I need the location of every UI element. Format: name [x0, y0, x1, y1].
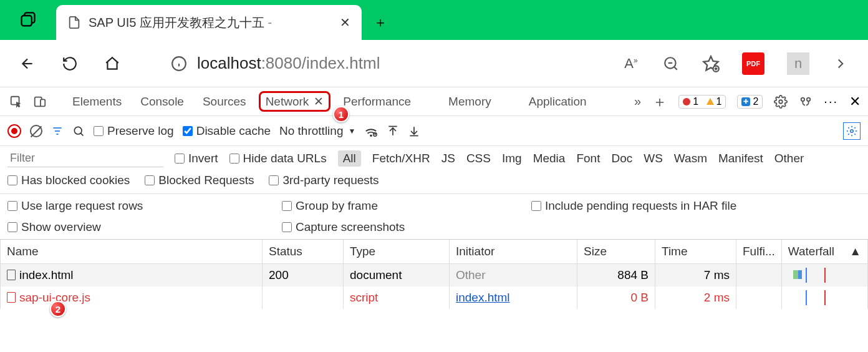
svg-point-28: [851, 129, 854, 132]
devtools-tabbar: Elements Console Sources Network✕ Perfor…: [0, 87, 868, 116]
type-img[interactable]: Img: [502, 152, 522, 165]
svg-point-16: [807, 97, 811, 101]
waterfall-bar: [788, 268, 861, 283]
tab-console[interactable]: Console: [134, 92, 190, 111]
col-time[interactable]: Time: [655, 240, 736, 264]
svg-line-21: [80, 133, 83, 135]
tab-close-icon[interactable]: ✕: [340, 15, 350, 30]
svg-line-6: [674, 67, 677, 69]
filter-types-row: Invert Hide data URLs All Fetch/XHR JS C…: [0, 146, 868, 171]
hide-data-urls-checkbox[interactable]: Hide data URLs: [229, 152, 327, 165]
svg-point-15: [801, 97, 805, 101]
type-all[interactable]: All: [338, 150, 361, 167]
svg-rect-13: [41, 99, 45, 106]
type-js[interactable]: JS: [441, 152, 455, 165]
tab-sources[interactable]: Sources: [196, 92, 253, 111]
table-header-row: Name Status Type Initiator Size Time Ful…: [1, 240, 868, 264]
col-initiator[interactable]: Initiator: [450, 240, 577, 264]
type-manifest[interactable]: Manifest: [718, 152, 763, 165]
page-icon: [67, 16, 81, 29]
large-rows-checkbox[interactable]: Use large request rows: [7, 199, 282, 213]
network-conditions-icon[interactable]: [364, 124, 378, 138]
svg-rect-0: [22, 16, 32, 26]
search-icon[interactable]: [72, 125, 85, 137]
type-css[interactable]: CSS: [466, 152, 491, 165]
col-fulfilled[interactable]: Fulfi...: [736, 240, 782, 264]
url-box[interactable]: localhost:8080/index.html: [171, 54, 380, 73]
initiator-link[interactable]: index.html: [456, 291, 510, 304]
tab-application[interactable]: Application: [523, 92, 593, 111]
more-extension-icon[interactable]: [832, 55, 849, 72]
show-overview-checkbox[interactable]: Show overview: [7, 220, 282, 234]
col-type[interactable]: Type: [344, 240, 450, 264]
close-devtools-icon[interactable]: ✕: [849, 94, 861, 110]
preserve-log-checkbox[interactable]: Preserve log: [94, 124, 174, 138]
tab-elements[interactable]: Elements: [66, 92, 128, 111]
export-har-icon[interactable]: [387, 125, 399, 137]
clear-button[interactable]: [30, 125, 42, 137]
settings-icon[interactable]: [774, 95, 788, 109]
disable-cache-checkbox[interactable]: Disable cache: [183, 124, 271, 138]
tab-performance[interactable]: Performance: [337, 92, 417, 111]
dock-side-icon[interactable]: [799, 95, 813, 109]
callout-1: 1: [333, 106, 349, 122]
col-name[interactable]: Name: [1, 240, 263, 264]
capture-screenshots-checkbox[interactable]: Capture screenshots: [282, 220, 531, 234]
type-fetchxhr[interactable]: Fetch/XHR: [372, 152, 430, 165]
filter-toggle-icon[interactable]: [51, 125, 64, 137]
messages-badge[interactable]: ✚2: [737, 95, 763, 109]
blocked-requests-checkbox[interactable]: Blocked Requests: [145, 174, 254, 187]
address-bar: localhost:8080/index.html A» PDF n: [0, 40, 868, 87]
col-status[interactable]: Status: [263, 240, 344, 264]
zoom-out-icon[interactable]: [662, 55, 680, 72]
svg-point-20: [74, 127, 82, 134]
type-font[interactable]: Font: [576, 152, 600, 165]
add-tab-icon[interactable]: ＋: [652, 92, 667, 112]
filter-extra-row: Has blocked cookies Blocked Requests 3rd…: [0, 171, 868, 194]
inspect-icon[interactable]: [7, 93, 25, 110]
close-icon[interactable]: ✕: [314, 94, 324, 109]
third-party-checkbox[interactable]: 3rd-party requests: [269, 174, 379, 187]
site-info-icon[interactable]: [171, 56, 187, 72]
errors-badge[interactable]: 1 1: [678, 95, 726, 109]
table-row[interactable]: index.html 200 document Other 884 B 7 ms: [1, 264, 868, 287]
import-har-icon[interactable]: [408, 125, 420, 137]
more-icon[interactable]: ···: [824, 94, 838, 109]
record-button[interactable]: [7, 124, 21, 138]
has-blocked-cookies-checkbox[interactable]: Has blocked cookies: [7, 174, 130, 187]
type-other[interactable]: Other: [774, 152, 804, 165]
favorites-icon[interactable]: [702, 55, 720, 72]
window-control-icon[interactable]: [0, 0, 56, 40]
browser-tab-bar: SAP UI5 应用开发教程之九十五 - ✕ ＋: [0, 0, 868, 40]
include-har-checkbox[interactable]: Include pending requests in HAR file: [531, 199, 843, 213]
tab-network[interactable]: Network✕: [259, 91, 331, 112]
col-size[interactable]: Size: [577, 240, 655, 264]
filter-input[interactable]: [7, 150, 163, 167]
pdf-extension-icon[interactable]: PDF: [742, 52, 764, 75]
device-toggle-icon[interactable]: [31, 93, 49, 110]
table-row[interactable]: sap-ui-core.js script index.html 0 B 2 m…: [1, 286, 868, 309]
read-aloud-icon[interactable]: A»: [622, 55, 640, 72]
type-doc[interactable]: Doc: [611, 152, 632, 165]
n-extension-icon[interactable]: n: [787, 52, 809, 75]
svg-point-22: [370, 135, 372, 136]
col-waterfall[interactable]: Waterfall ▲: [781, 240, 867, 264]
new-tab-button[interactable]: ＋: [362, 5, 399, 40]
group-frame-checkbox[interactable]: Group by frame: [282, 199, 531, 213]
invert-checkbox[interactable]: Invert: [175, 152, 218, 165]
type-media[interactable]: Media: [533, 152, 566, 165]
network-settings-icon[interactable]: [843, 122, 861, 140]
throttling-select[interactable]: No throttling ▼: [279, 124, 355, 138]
type-wasm[interactable]: Wasm: [674, 152, 707, 165]
type-ws[interactable]: WS: [644, 152, 663, 165]
svg-point-14: [779, 100, 783, 104]
back-button[interactable]: [19, 55, 36, 72]
reload-button[interactable]: [61, 55, 79, 72]
browser-tab-active[interactable]: SAP UI5 应用开发教程之九十五 - ✕: [56, 5, 362, 40]
home-button[interactable]: [104, 55, 121, 72]
network-settings-grid: Use large request rows Group by frame In…: [0, 194, 868, 240]
tab-memory[interactable]: Memory: [442, 92, 498, 111]
more-tabs-icon[interactable]: »: [634, 94, 641, 109]
url-text: localhost:8080/index.html: [197, 54, 380, 73]
requests-table: Name Status Type Initiator Size Time Ful…: [0, 240, 868, 346]
